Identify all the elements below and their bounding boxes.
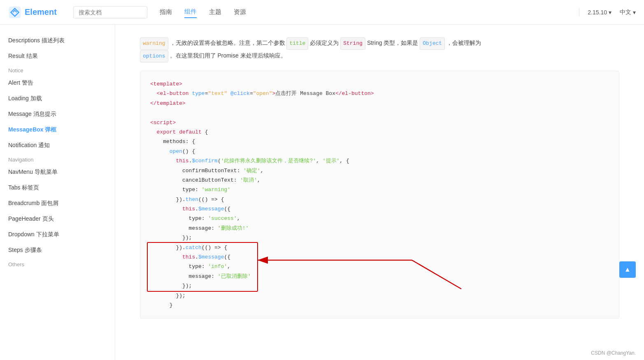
code-line-12: }).then(() => { <box>150 195 609 204</box>
nav-item-resources[interactable]: 资源 <box>234 7 246 18</box>
catch-block-container: }).catch(() => { this.$message({ type: '… <box>150 243 609 291</box>
desc-text-3: String <box>367 39 382 46</box>
code-line-2: <el-button type="text" @click="open">点击打… <box>150 89 609 98</box>
sidebar-item-steps[interactable]: Steps 步骤条 <box>0 242 115 258</box>
sidebar: Descriptions 描述列表 Result 结果 Notice Alert… <box>0 25 115 360</box>
badge-warning: warning <box>140 37 168 50</box>
header-divider <box>579 8 579 16</box>
sidebar-item-breadcrumb[interactable]: Breadcrumb 面包屑 <box>0 196 115 211</box>
sidebar-item-navmenu[interactable]: NavMenu 导航菜单 <box>0 164 115 180</box>
nav-item-components[interactable]: 组件 <box>184 6 197 18</box>
header: Element 指南 组件 主题 资源 2.15.10 ▾ 中文 ▾ <box>0 0 644 25</box>
code-line-blank1 <box>150 108 609 118</box>
code-line-20: message: '已取消删除' <box>150 272 609 281</box>
chevron-down-icon: ▾ <box>609 9 611 16</box>
main-content: warning ，无效的设置将会被忽略。注意，第二个参数 title 必须定义为… <box>115 25 644 360</box>
arrow-up-icon: ▲ <box>624 266 631 273</box>
sidebar-section-notice: Notice <box>0 64 115 75</box>
code-line-10: cancelButtonText: '取消', <box>150 175 609 185</box>
nav-item-guide[interactable]: 指南 <box>160 7 172 18</box>
code-block: <template> <el-button type="text" @click… <box>140 71 619 318</box>
language-selector[interactable]: 中文 ▾ <box>620 9 636 16</box>
sidebar-item-message[interactable]: Message 消息提示 <box>0 106 115 122</box>
code-line-19: type: 'info', <box>150 262 609 271</box>
scroll-top-button[interactable]: ▲ <box>619 261 636 278</box>
code-line-3: </template> <box>150 99 609 108</box>
code-line-23: } <box>150 300 609 310</box>
code-line-8: this.$confirm('此操作将永久删除该文件，是否继续?', '提示',… <box>150 156 609 166</box>
footer-note: CSDN @ChangYan. <box>591 350 636 356</box>
code-line-18: this.$message({ <box>150 252 609 262</box>
code-line-4: <script> <box>150 118 609 127</box>
nav-item-theme[interactable]: 主题 <box>209 7 221 18</box>
sidebar-item-pageheader[interactable]: PageHeader 页头 <box>0 211 115 227</box>
badge-options: options <box>140 50 168 62</box>
sidebar-item-tabs[interactable]: Tabs 标签页 <box>0 180 115 196</box>
logo[interactable]: Element <box>8 6 57 19</box>
code-line-6: methods: { <box>150 137 609 146</box>
code-line-1: <template> <box>150 79 609 89</box>
desc-text-4: 类型，如果是 <box>384 39 418 46</box>
header-right: 2.15.10 ▾ 中文 ▾ <box>579 8 636 16</box>
logo-icon <box>8 6 21 19</box>
code-line-7: open() { <box>150 147 609 156</box>
code-line-17: }).catch(() => { <box>150 243 609 252</box>
sidebar-item-loading[interactable]: Loading 加载 <box>0 91 115 106</box>
version-label: 2.15.10 <box>588 9 607 16</box>
description-text: warning ，无效的设置将会被忽略。注意，第二个参数 title 必须定义为… <box>140 37 619 62</box>
logo-text: Element <box>25 7 57 17</box>
badge-object: Object <box>420 37 445 50</box>
sidebar-item-result[interactable]: Result 结果 <box>0 48 115 64</box>
search-input[interactable] <box>73 6 147 18</box>
code-line-13: this.$message({ <box>150 204 609 214</box>
version-selector[interactable]: 2.15.10 ▾ <box>588 9 611 16</box>
code-line-15: message: '删除成功!' <box>150 224 609 233</box>
lang-chevron-icon: ▾ <box>633 9 636 16</box>
language-label: 中文 <box>620 9 631 16</box>
desc-text-2: 必须定义为 <box>310 39 339 46</box>
desc-text-1: ，无效的设置将会被忽略。注意，第二个参数 <box>170 39 285 46</box>
sidebar-item-dropdown[interactable]: Dropdown 下拉菜单 <box>0 227 115 242</box>
header-nav: 指南 组件 主题 资源 <box>160 6 246 18</box>
code-line-11: type: 'warning' <box>150 185 609 194</box>
sidebar-section-navigation: Navigation <box>0 153 115 164</box>
code-line-21: }); <box>150 281 609 291</box>
sidebar-item-descriptions[interactable]: Descriptions 描述列表 <box>0 33 115 48</box>
code-line-14: type: 'success', <box>150 214 609 223</box>
page-layout: Descriptions 描述列表 Result 结果 Notice Alert… <box>0 25 644 360</box>
sidebar-item-alert[interactable]: Alert 警告 <box>0 75 115 91</box>
sidebar-item-notification[interactable]: Notification 通知 <box>0 138 115 153</box>
sidebar-item-messagebox[interactable]: MessageBox 弹框 <box>0 122 115 138</box>
code-line-5: export default { <box>150 127 609 137</box>
desc-text-6: 。在这里我们用了 Promise 来处理后续响应。 <box>170 52 286 59</box>
badge-title: title <box>286 37 308 50</box>
desc-text-5: ，会被理解为 <box>446 39 481 46</box>
sidebar-section-others: Others <box>0 258 115 269</box>
code-line-22: }); <box>150 291 609 300</box>
badge-string: String <box>340 37 365 50</box>
code-line-16: }); <box>150 233 609 242</box>
code-line-9: confirmButtonText: '确定', <box>150 166 609 175</box>
